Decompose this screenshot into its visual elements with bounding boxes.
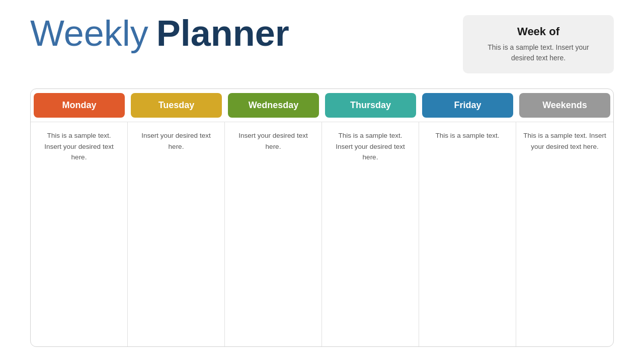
day-header-weekends: Weekends bbox=[519, 93, 610, 118]
week-of-text: This is a sample text. Insert your desir… bbox=[478, 42, 599, 63]
day-content-friday[interactable]: This is a sample text. bbox=[419, 122, 516, 346]
days-header: MondayTuesdayWednesdayThursdayFridayWeek… bbox=[31, 89, 613, 122]
title-weekly: Weekly bbox=[30, 15, 148, 51]
day-header-wednesday: Wednesday bbox=[228, 93, 319, 118]
week-of-title: Week of bbox=[478, 25, 599, 38]
day-content-thursday[interactable]: This is a sample text. Insert your desir… bbox=[322, 122, 419, 346]
day-content-wednesday[interactable]: Insert your desired text here. bbox=[225, 122, 322, 346]
day-header-thursday: Thursday bbox=[325, 93, 416, 118]
week-of-box: Week of This is a sample text. Insert yo… bbox=[463, 15, 614, 73]
planner-grid: MondayTuesdayWednesdayThursdayFridayWeek… bbox=[30, 88, 614, 347]
day-header-friday: Friday bbox=[422, 93, 513, 118]
day-content-tuesday[interactable]: Insert your desired text here. bbox=[128, 122, 225, 346]
days-content: This is a sample text. Insert your desir… bbox=[31, 122, 613, 346]
day-header-monday: Monday bbox=[34, 93, 125, 118]
title-area: Weekly Planner bbox=[30, 15, 289, 51]
day-content-monday[interactable]: This is a sample text. Insert your desir… bbox=[31, 122, 128, 346]
title-planner: Planner bbox=[156, 15, 289, 51]
header-row: Weekly Planner Week of This is a sample … bbox=[30, 15, 614, 73]
day-content-weekends[interactable]: This is a sample text. Insert your desir… bbox=[516, 122, 613, 346]
day-header-tuesday: Tuesday bbox=[131, 93, 222, 118]
